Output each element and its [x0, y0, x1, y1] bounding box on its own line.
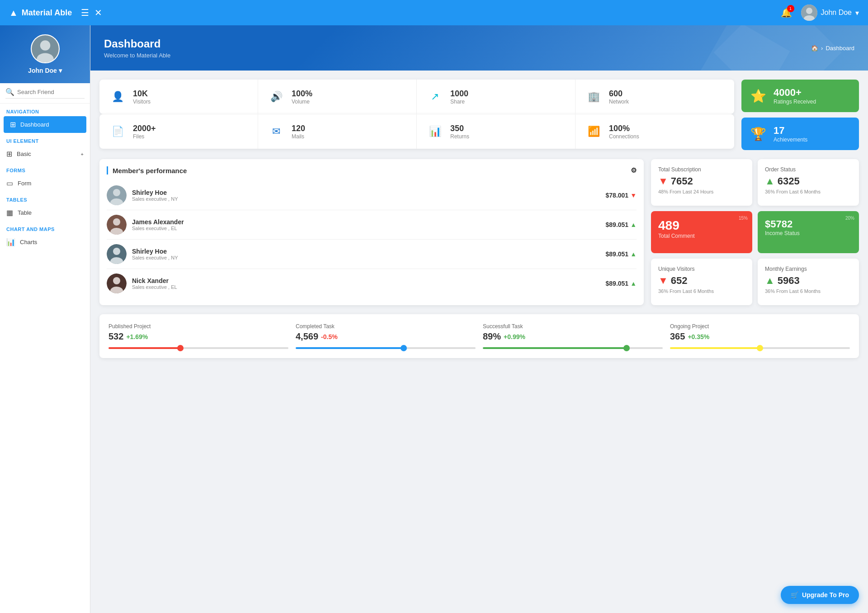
member-info-0: Shirley Hoe Sales executive , NY [132, 189, 600, 202]
stat-box-income-status: 20% $5782 Income Status [758, 211, 859, 253]
total-sub-title: Total Subscription [658, 166, 745, 173]
app-logo: ▲ Material Able [9, 8, 72, 18]
expand-basic: + [81, 151, 84, 157]
total-sub-val: ▼ 7652 [658, 175, 745, 187]
ongoing-pct: +0.35% [688, 333, 709, 340]
successful-val: 89% +0.99% [483, 331, 663, 342]
achievements-value: 17 [774, 125, 807, 137]
achievements-label: Achievements [774, 137, 807, 143]
achievements-icon: 🏆 [750, 127, 766, 141]
sidebar: John Doe ▾ 🔍 Navigation ⊞ Dashboard UI E… [0, 25, 90, 613]
bottom-stat-ongoing: Ongoing Project 365 +0.35% [670, 323, 850, 349]
section-label-ui: UI Element [0, 133, 90, 146]
member-avatar-3 [107, 273, 127, 293]
successful-slider[interactable] [483, 347, 663, 349]
stat-card-network: 🏢 600 Network [576, 80, 734, 114]
section-label-navigation: Navigation [0, 104, 90, 116]
member-role-1: Sales executive , EL [132, 226, 600, 231]
member-name-1: James Alexander [132, 218, 600, 226]
member-role-0: Sales executive , NY [132, 196, 600, 202]
unique-visitors-val: ▼ 652 [658, 275, 745, 287]
search-icon: 🔍 [5, 88, 14, 96]
stat-card-returns-info: 350 Returns [450, 124, 469, 140]
cart-icon: 🛒 [791, 591, 798, 599]
member-info-3: Nick Xander Sales executive , EL [132, 277, 600, 290]
completed-pct: -0.5% [321, 333, 338, 340]
stat-card-network-info: 600 Network [609, 89, 629, 105]
trend-down-icon-0: ▼ [630, 192, 637, 199]
sidebar-avatar [31, 34, 60, 63]
successful-title: Successfull Task [483, 323, 663, 330]
user-menu[interactable]: John Doe ▾ [801, 5, 859, 21]
published-thumb [177, 345, 184, 351]
member-row: Shirley Hoe Sales executive , NY $89.051… [107, 240, 637, 269]
stats-main: 👤 10K Visitors 🔊 100% Volume [99, 80, 734, 150]
ratings-value: 4000+ [774, 87, 816, 99]
table-icon: ▦ [6, 208, 13, 217]
stat-card-files: 📄 2000+ Files [99, 114, 258, 149]
sidebar-item-dashboard[interactable]: ⊞ Dashboard [4, 116, 86, 133]
member-name-0: Shirley Hoe [132, 189, 600, 196]
sidebar-item-form[interactable]: ▭ Form [0, 175, 90, 192]
unique-visitors-title: Unique Visitors [658, 266, 745, 272]
main-content: Dashboard Welcome to Material Able 🏠 › D… [90, 25, 868, 613]
bottom-stats: Published Project 532 +1.69% Completed T… [99, 314, 859, 358]
svg-point-10 [113, 218, 120, 226]
breadcrumb-home-icon: 🏠 [811, 45, 818, 52]
member-info-2: Shirley Hoe Sales executive , NY [132, 248, 600, 260]
stat-box-total-sub: Total Subscription ▼ 7652 48% From Last … [651, 159, 752, 206]
member-amount-2: $89.051 ▲ [606, 250, 637, 258]
stat-card-mails-info: 120 Mails [292, 124, 305, 140]
total-comment-badge: 15% [739, 216, 748, 221]
volume-icon: 🔊 [267, 88, 285, 106]
search-input[interactable] [17, 89, 85, 95]
top-navigation: ▲ Material Able ☰ ✕ 🔔 1 John Doe ▾ [0, 0, 868, 25]
sidebar-item-basic[interactable]: ⊞ Basic + [0, 146, 90, 162]
bottom-stat-published: Published Project 532 +1.69% [108, 323, 288, 349]
close-button[interactable]: ✕ [94, 7, 102, 18]
ongoing-thumb [757, 345, 763, 351]
stat-card-connections: 📶 100% Connections [576, 114, 734, 149]
hamburger-button[interactable]: ☰ [81, 7, 89, 18]
sidebar-item-label-table: Table [18, 209, 32, 216]
achievements-info: 17 Achievements [774, 125, 807, 143]
member-info-1: James Alexander Sales executive , EL [132, 218, 600, 231]
settings-icon[interactable]: ⚙ [631, 166, 637, 174]
member-row: Nick Xander Sales executive , EL $89.051… [107, 269, 637, 298]
mid-section: Member's performance ⚙ Shirley Hoe Sales… [99, 159, 859, 305]
order-status-up-icon: ▲ [765, 175, 775, 187]
stat-box-total-comment: 15% 489 Total Comment [651, 211, 752, 253]
network-value: 600 [609, 89, 629, 99]
section-label-tables: Tables [0, 192, 90, 204]
completed-slider[interactable] [296, 347, 476, 349]
ratings-icon: ⭐ [750, 89, 766, 104]
bell-badge: 1 [787, 5, 794, 12]
returns-label: Returns [450, 133, 469, 140]
visitors-icon: 👤 [108, 88, 127, 106]
network-icon: 🏢 [585, 88, 603, 106]
stat-card-visitors: 👤 10K Visitors [99, 80, 258, 114]
right-stats-grid: Total Subscription ▼ 7652 48% From Last … [651, 159, 859, 305]
sidebar-item-charts[interactable]: 📊 Charts [0, 234, 90, 250]
breadcrumb-sep: › [821, 45, 823, 52]
stat-box-unique-visitors: Unique Visitors ▼ 652 36% From Last 6 Mo… [651, 259, 752, 305]
upgrade-button[interactable]: 🛒 Upgrade To Pro [781, 586, 859, 604]
top-stats-row: 👤 10K Visitors 🔊 100% Volume [99, 80, 859, 150]
topnav-caret: ▾ [855, 9, 859, 17]
stat-card-share-info: 1000 Share [450, 89, 468, 105]
member-amount-1: $89.051 ▲ [606, 221, 637, 228]
ongoing-slider[interactable] [670, 347, 850, 349]
unique-visitors-sub: 36% From Last 6 Months [658, 288, 745, 294]
svg-point-13 [113, 248, 120, 255]
sidebar-item-table[interactable]: ▦ Table [0, 204, 90, 221]
members-card-title: Member's performance ⚙ [107, 166, 637, 174]
monthly-earnings-val: ▲ 5963 [765, 275, 852, 287]
member-role-2: Sales executive , NY [132, 255, 600, 260]
completed-title: Completed Task [296, 323, 476, 330]
ratings-card: ⭐ 4000+ Ratings Received [741, 80, 859, 112]
published-slider[interactable] [108, 347, 288, 349]
share-value: 1000 [450, 89, 468, 99]
stat-card-files-info: 2000+ Files [133, 124, 156, 140]
notifications-bell[interactable]: 🔔 1 [781, 7, 792, 18]
files-icon: 📄 [108, 123, 127, 141]
